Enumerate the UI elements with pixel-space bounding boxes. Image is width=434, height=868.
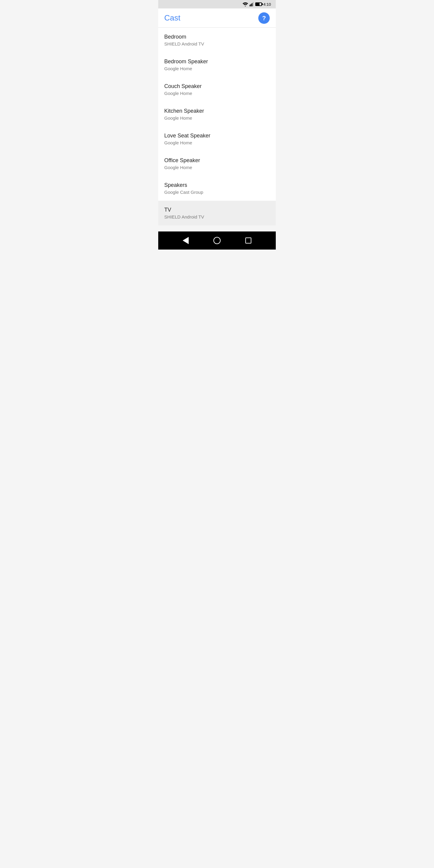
back-button[interactable] [180, 234, 192, 247]
home-icon [213, 237, 221, 244]
device-name-speakers: Speakers [164, 182, 270, 188]
device-type-bedroom-speaker: Google Home [164, 66, 270, 71]
device-item-kitchen-speaker[interactable]: Kitchen SpeakerGoogle Home [158, 102, 276, 127]
device-name-kitchen-speaker: Kitchen Speaker [164, 108, 270, 114]
device-type-kitchen-speaker: Google Home [164, 116, 270, 121]
device-item-bedroom[interactable]: BedroomSHIELD Android TV [158, 28, 276, 53]
status-icons: 4:10 [243, 2, 271, 7]
svg-point-0 [245, 6, 246, 7]
svg-rect-3 [252, 3, 253, 7]
recents-button[interactable] [242, 235, 254, 247]
device-type-bedroom: SHIELD Android TV [164, 41, 270, 46]
device-name-office-speaker: Office Speaker [164, 157, 270, 164]
status-bar: 4:10 [158, 0, 276, 8]
device-item-tv[interactable]: TVSHIELD Android TV [158, 201, 276, 225]
help-button[interactable]: ? [258, 12, 270, 24]
device-type-speakers: Google Cast Group [164, 190, 270, 195]
svg-rect-4 [253, 2, 253, 6]
device-name-couch-speaker: Couch Speaker [164, 83, 270, 90]
spacer [158, 225, 276, 231]
status-time: 4:10 [264, 2, 271, 7]
signal-icon [250, 2, 254, 6]
recents-icon [245, 238, 251, 244]
device-item-couch-speaker[interactable]: Couch SpeakerGoogle Home [158, 77, 276, 102]
svg-rect-1 [250, 5, 250, 6]
app-bar: Cast ? [158, 8, 276, 28]
back-icon [183, 237, 189, 244]
battery-icon [255, 2, 262, 6]
nav-bar [158, 231, 276, 250]
device-item-speakers[interactable]: SpeakersGoogle Cast Group [158, 176, 276, 201]
device-item-bedroom-speaker[interactable]: Bedroom SpeakerGoogle Home [158, 53, 276, 77]
wifi-icon [243, 2, 248, 6]
help-icon: ? [262, 15, 266, 21]
device-name-love-seat-speaker: Love Seat Speaker [164, 133, 270, 139]
device-type-office-speaker: Google Home [164, 165, 270, 170]
device-list: BedroomSHIELD Android TVBedroom SpeakerG… [158, 28, 276, 225]
home-button[interactable] [210, 234, 224, 247]
device-item-office-speaker[interactable]: Office SpeakerGoogle Home [158, 151, 276, 176]
device-item-love-seat-speaker[interactable]: Love Seat SpeakerGoogle Home [158, 127, 276, 151]
app-title: Cast [164, 13, 180, 23]
device-type-love-seat-speaker: Google Home [164, 140, 270, 145]
device-name-tv: TV [164, 207, 270, 213]
device-type-tv: SHIELD Android TV [164, 214, 270, 219]
device-type-couch-speaker: Google Home [164, 91, 270, 96]
svg-rect-2 [250, 4, 251, 6]
device-name-bedroom: Bedroom [164, 34, 270, 40]
device-name-bedroom-speaker: Bedroom Speaker [164, 59, 270, 65]
